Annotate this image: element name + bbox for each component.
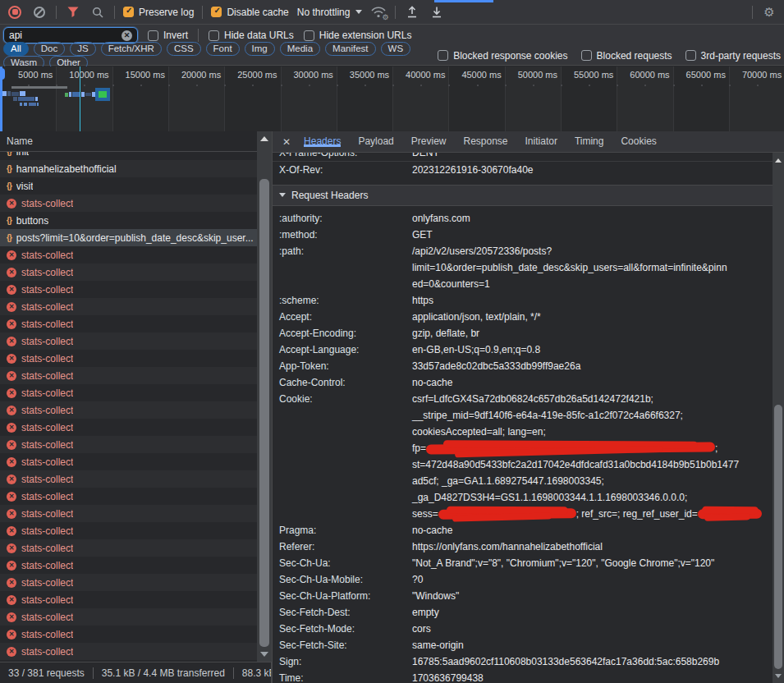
request-row[interactable]: stats-collect xyxy=(0,522,257,539)
request-row[interactable]: stats-collect xyxy=(0,591,257,608)
invert-label: Invert xyxy=(163,30,188,41)
request-row[interactable]: stats-collect xyxy=(0,505,257,522)
scroll-up-arrow[interactable] xyxy=(257,133,272,144)
header-row: Accept-Language:en-GB,en-US;q=0.9,en;q=0… xyxy=(273,342,773,358)
throttling-dropdown[interactable]: No throttling xyxy=(297,7,363,18)
waterfall-bar xyxy=(13,97,17,101)
request-row[interactable]: stats-collect xyxy=(0,281,257,298)
preserve-log-toggle[interactable]: Preserve log xyxy=(123,7,194,18)
header-value: 33d57ade8c02dbc5a333db99ff9ae26a xyxy=(412,358,773,374)
clear-filter-icon[interactable]: ✕ xyxy=(121,30,132,41)
header-name: :method: xyxy=(279,227,412,243)
request-row[interactable]: stats-collect xyxy=(0,246,257,264)
clear-button[interactable] xyxy=(31,4,48,21)
request-headers-section[interactable]: Request Headers xyxy=(273,185,773,206)
toggle-3rd-party-requests[interactable]: 3rd-party requests xyxy=(685,50,781,62)
checkbox-icon xyxy=(685,50,696,61)
request-row[interactable]: stats-collect xyxy=(0,401,257,419)
close-details-button[interactable]: ✕ xyxy=(282,136,291,148)
scroll-down-arrow[interactable] xyxy=(773,670,784,681)
request-row[interactable]: stats-collect xyxy=(0,419,257,436)
search-button[interactable] xyxy=(89,4,106,21)
scrollbar-thumb[interactable] xyxy=(774,405,782,669)
filter-pill-ws[interactable]: WS xyxy=(381,42,411,56)
request-row[interactable]: stats-collect xyxy=(0,195,257,212)
value-text: "Windows" xyxy=(412,590,459,602)
header-value: 1703636799438 xyxy=(412,670,773,683)
tab-cookies[interactable]: Cookies xyxy=(621,135,656,147)
name-column-header[interactable]: Name xyxy=(0,131,257,152)
request-row[interactable]: stats-collect xyxy=(0,367,257,384)
status-bar: 33 / 381 requests 35.1 kB / 4.4 MB trans… xyxy=(0,662,272,683)
tab-response[interactable]: Response xyxy=(463,135,507,147)
request-row[interactable]: {}hannahelizabethofficial xyxy=(0,160,257,177)
toggle-blocked-requests[interactable]: Blocked requests xyxy=(581,50,672,62)
tab-initiator[interactable]: Initiator xyxy=(525,135,557,147)
tick-dot xyxy=(757,85,759,86)
details-scrollbar[interactable] xyxy=(773,153,784,683)
tab-preview[interactable]: Preview xyxy=(411,135,447,147)
filter-pill-media[interactable]: Media xyxy=(280,42,320,56)
request-row[interactable]: stats-collect xyxy=(0,470,257,488)
request-row[interactable]: stats-collect xyxy=(0,643,257,660)
request-row[interactable]: stats-collect xyxy=(0,332,257,350)
filter-pill-img[interactable]: Img xyxy=(245,42,275,56)
request-row[interactable]: {}buttons xyxy=(0,212,257,229)
redaction-scribble xyxy=(438,508,576,519)
request-row[interactable]: stats-collect xyxy=(0,557,257,574)
hide-data-urls-toggle[interactable]: Hide data URLs xyxy=(209,30,294,41)
tick-dot xyxy=(309,85,310,86)
request-row[interactable]: stats-collect xyxy=(0,453,257,470)
settings-button[interactable]: ⚙ xyxy=(761,4,777,21)
request-row[interactable]: stats-collect xyxy=(0,626,257,643)
tab-payload[interactable]: Payload xyxy=(358,135,393,147)
filter-pill-js[interactable]: JS xyxy=(70,42,95,56)
network-conditions-button[interactable]: ⚙ xyxy=(370,5,387,20)
filter-pill-doc[interactable]: Doc xyxy=(34,42,65,56)
record-button[interactable] xyxy=(7,4,23,21)
hide-extension-urls-toggle[interactable]: Hide extension URLs xyxy=(304,30,412,41)
tab-headers[interactable]: Headers xyxy=(304,135,341,147)
header-row: Sec-Ch-Ua-Platform:"Windows" xyxy=(273,588,773,604)
request-row[interactable]: stats-collect xyxy=(0,436,257,453)
request-row[interactable]: {}init xyxy=(0,152,257,160)
header-value: "Windows" xyxy=(412,588,773,604)
toggle-blocked-response-cookies[interactable]: Blocked response cookies xyxy=(438,50,567,62)
scroll-up-arrow[interactable] xyxy=(773,154,784,166)
request-list-panel: Name {}init{}hannahelizabethofficial{}vi… xyxy=(0,131,272,662)
headers-content: X-Frame-Options:DENYX-Of-Rev:20231226191… xyxy=(273,153,773,683)
request-list-scrollbar[interactable] xyxy=(257,131,272,662)
request-row[interactable]: stats-collect xyxy=(0,384,257,401)
scrollbar-thumb[interactable] xyxy=(259,179,269,647)
filter-pill-fetch-xhr[interactable]: Fetch/XHR xyxy=(101,42,162,56)
export-har-button[interactable] xyxy=(429,4,445,21)
request-row[interactable]: stats-collect xyxy=(0,315,257,332)
hide-data-urls-label: Hide data URLs xyxy=(224,30,294,41)
filter-pill-manifest[interactable]: Manifest xyxy=(325,42,375,56)
filter-pill-font[interactable]: Font xyxy=(206,42,240,56)
overview-handle-grip[interactable] xyxy=(0,68,5,80)
request-row[interactable]: {}posts?limit=10&order=publish_date_desc… xyxy=(0,229,257,246)
request-row[interactable]: stats-collect xyxy=(0,539,257,557)
request-row[interactable]: stats-collect xyxy=(0,264,257,281)
value-text: https xyxy=(412,295,433,306)
tab-timing[interactable]: Timing xyxy=(575,135,604,147)
filter-toggle-button[interactable] xyxy=(65,4,81,21)
invert-toggle[interactable]: Invert xyxy=(148,30,188,41)
request-row[interactable]: stats-collect xyxy=(0,298,257,315)
scroll-down-arrow[interactable] xyxy=(257,649,272,660)
request-row[interactable]: stats-collect xyxy=(0,488,257,505)
import-har-button[interactable] xyxy=(404,4,420,21)
disable-cache-toggle[interactable]: Disable cache xyxy=(211,7,288,18)
timeline-overview[interactable]: 5000 ms10000 ms15000 ms20000 ms25000 ms3… xyxy=(0,66,784,131)
request-row[interactable]: stats-collect xyxy=(0,574,257,591)
request-row[interactable]: stats-collect xyxy=(0,608,257,626)
request-row[interactable]: {}visit xyxy=(0,177,257,195)
filter-pill-all[interactable]: All xyxy=(3,42,29,56)
header-row: Cookie:csrf=LdfcGX4Sa72db06824c657db26a5… xyxy=(273,391,773,522)
request-row[interactable]: stats-collect xyxy=(0,350,257,367)
filter-pill-css[interactable]: CSS xyxy=(167,42,201,56)
disable-cache-label: Disable cache xyxy=(227,7,288,18)
waterfall-bar xyxy=(24,103,27,106)
header-row: Sign:16785:5aad9602cf110608b03133de56364… xyxy=(273,653,773,670)
